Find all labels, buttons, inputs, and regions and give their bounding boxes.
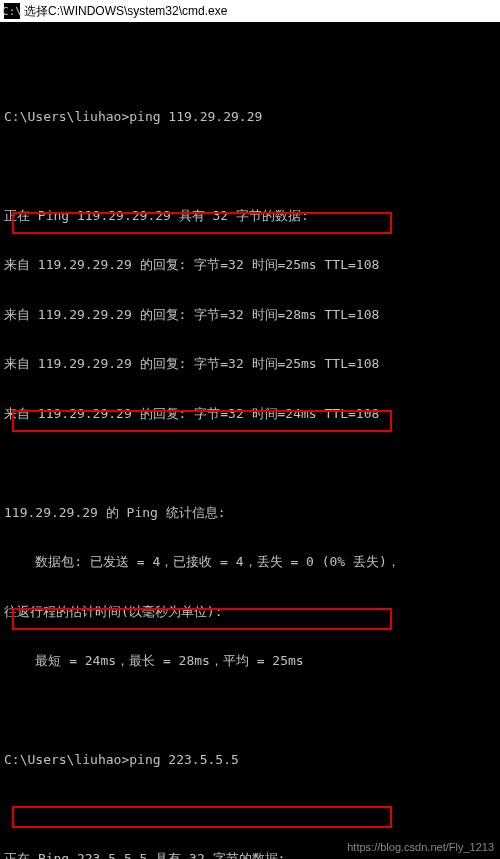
ping-stats-rtt-label: 往返行程的估计时间(以毫秒为单位):: [4, 604, 496, 621]
ping-stats-rtt: 最短 = 24ms，最长 = 28ms，平均 = 25ms: [4, 653, 496, 670]
ping-reply: 来自 119.29.29.29 的回复: 字节=32 时间=24ms TTL=1…: [4, 406, 496, 423]
watermark: https://blog.csdn.net/Fly_1213: [347, 841, 494, 853]
blank-line: [4, 802, 496, 819]
prompt-line: C:\Users\liuhao>ping 119.29.29.29: [4, 109, 496, 126]
blank-line: [4, 703, 496, 720]
cmd-icon: C:\: [4, 3, 20, 19]
ping-stats-packets: 数据包: 已发送 = 4，已接收 = 4，丢失 = 0 (0% 丢失)，: [4, 554, 496, 571]
blank-line: [4, 158, 496, 175]
ping-reply: 来自 119.29.29.29 的回复: 字节=32 时间=25ms TTL=1…: [4, 257, 496, 274]
prompt-line: C:\Users\liuhao>ping 223.5.5.5: [4, 752, 496, 769]
ping-reply: 来自 119.29.29.29 的回复: 字节=32 时间=25ms TTL=1…: [4, 356, 496, 373]
blank-line: [4, 455, 496, 472]
window-title: 选择C:\WINDOWS\system32\cmd.exe: [24, 3, 227, 20]
ping-header: 正在 Ping 119.29.29.29 具有 32 字节的数据:: [4, 208, 496, 225]
ping-stats-title: 119.29.29.29 的 Ping 统计信息:: [4, 505, 496, 522]
blank-line: [4, 59, 496, 76]
ping-reply: 来自 119.29.29.29 的回复: 字节=32 时间=28ms TTL=1…: [4, 307, 496, 324]
window-titlebar: C:\ 选择C:\WINDOWS\system32\cmd.exe: [0, 0, 500, 22]
terminal-output[interactable]: C:\Users\liuhao>ping 119.29.29.29 正在 Pin…: [0, 22, 500, 859]
